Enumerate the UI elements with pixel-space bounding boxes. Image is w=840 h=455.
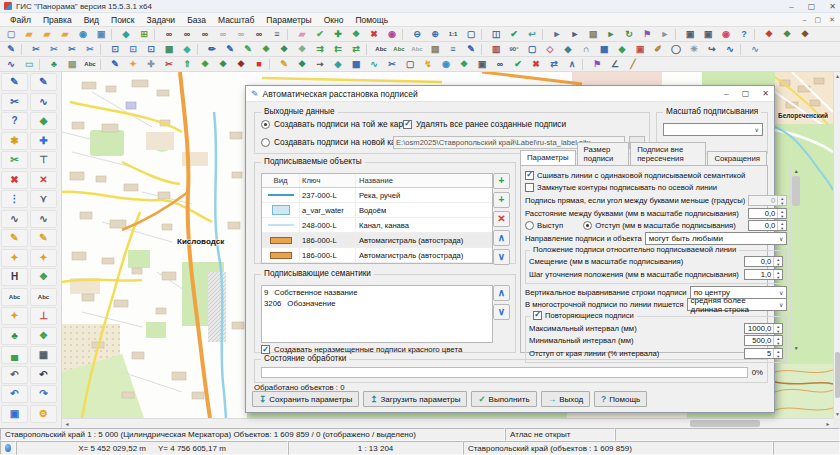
tool-split-object[interactable]: ⇉ (311, 43, 329, 56)
tool-semantic-up[interactable]: ∧ (493, 285, 510, 301)
tool-pencil-yellow[interactable]: ✎ (1, 229, 28, 247)
tool-move-nodes[interactable]: ⊡ (124, 43, 142, 56)
child-restore-button[interactable]: ▢ (815, 16, 822, 24)
tool-horizontal-text[interactable]: H (1, 268, 28, 286)
tool-select-object[interactable]: ► (548, 28, 566, 41)
execute-button[interactable]: ✓Выполнить (471, 391, 536, 407)
indent-radio[interactable] (583, 221, 592, 230)
tool-object-create-green[interactable]: ❖ (778, 28, 796, 41)
tool-cut-green[interactable]: ✂ (1, 151, 28, 169)
tool-nodes-rectangle[interactable]: ▢ (523, 43, 541, 56)
tool-draw-confirm[interactable]: ✎ (239, 43, 257, 56)
step-spinner[interactable]: 1,0 (744, 269, 783, 280)
tool-open-folder[interactable]: ▰ (20, 28, 38, 41)
new-map-radio[interactable] (261, 138, 270, 147)
tool-edit-label[interactable]: ✎ (106, 58, 124, 71)
vertical-scroll-thumb[interactable] (835, 352, 840, 398)
tool-swap-arrows[interactable]: ⇄ (545, 58, 563, 71)
tool-select-rectangle[interactable]: ▭ (20, 58, 38, 71)
closed-contours-checkbox[interactable] (525, 183, 534, 192)
tool-save-selection[interactable]: ❖ (347, 28, 365, 41)
tool-map-green-2[interactable]: ❖ (214, 58, 232, 71)
tool-table-gray[interactable]: ▦ (30, 346, 57, 364)
tool-globe-blue[interactable]: ◉ (437, 58, 455, 71)
tool-diamond-teal[interactable]: ◆ (329, 58, 347, 71)
offset-spinner[interactable]: 0,0 (744, 256, 783, 267)
tool-create-polygon[interactable]: ❖ (257, 43, 275, 56)
tool-text-label[interactable]: Abc (1, 288, 28, 306)
tool-search-dimmed[interactable]: ∞ (214, 28, 232, 41)
tool-lightning[interactable]: ↯ (419, 58, 437, 71)
protrusion-radio[interactable] (525, 221, 534, 230)
tool-rotate-90[interactable]: 90° (505, 43, 523, 56)
tool-ellipse-tool[interactable]: ◯ (667, 43, 685, 56)
menu-item-7[interactable]: Параметры (260, 13, 317, 26)
tool-tripod-red[interactable]: ⊥ (30, 307, 57, 325)
exit-button[interactable]: →Выход (541, 391, 590, 407)
tool-map-green-1[interactable]: ❖ (196, 58, 214, 71)
tool-cut-part[interactable]: ✂ (81, 43, 99, 56)
tool-ruler-tool[interactable]: ╱ (624, 58, 642, 71)
tool-diamond-filled[interactable]: ◆ (559, 43, 577, 56)
tool-select-on-map[interactable]: ► (602, 28, 620, 41)
load-params-button[interactable]: ↥Загрузить параметры (363, 391, 467, 407)
tool-create-document[interactable]: ▢ (2, 28, 20, 41)
maximize-button[interactable]: ▢ (808, 2, 816, 11)
spin-down-icon[interactable] (774, 341, 782, 346)
tool-smooth-line[interactable]: ∿ (746, 43, 764, 56)
edge-offset-spinner[interactable]: 5 (744, 348, 783, 359)
tool-barcode[interactable]: ▥ (487, 43, 505, 56)
tool-delete-object[interactable]: ✕ (493, 211, 510, 227)
scroll-down-icon[interactable]: ▼ (791, 343, 801, 352)
tool-chevron-up[interactable]: ∧ (563, 58, 581, 71)
tool-vegetation[interactable]: ♣ (45, 58, 63, 71)
tool-add-selected-object[interactable]: + (493, 192, 510, 208)
semantics-list[interactable]: 9Собственное название3206Обозначение (261, 285, 493, 343)
tool-torch-x[interactable]: ✦ (30, 249, 57, 267)
tool-document-template[interactable]: ▤ (63, 58, 81, 71)
horizontal-scrollbar[interactable]: ◄ ► (62, 418, 833, 428)
tool-refresh-map[interactable]: ↻ (620, 28, 638, 41)
tool-open-geoportal[interactable]: ◉ (74, 28, 92, 41)
tool-select-object-info[interactable]: ► (566, 28, 584, 41)
tool-export-arrow[interactable]: ⇢ (311, 58, 329, 71)
min-interval-spinner[interactable]: 500,0 (744, 335, 783, 346)
tool-create-multipolygon[interactable]: ❖ (275, 43, 293, 56)
menu-item-3[interactable]: Поиск (105, 13, 141, 26)
tool-pencil-yellow-2[interactable]: ✎ (30, 229, 57, 247)
tool-route-flag[interactable]: ⚑ (588, 58, 606, 71)
tool-frame-corners[interactable]: ▣ (631, 43, 649, 56)
tool-query-edit[interactable]: ? (1, 112, 28, 130)
same-map-radio[interactable] (261, 120, 270, 129)
spin-down-icon[interactable] (778, 201, 786, 206)
tool-search-small[interactable]: ∞ (491, 58, 509, 71)
menu-item-5[interactable]: База (181, 13, 212, 26)
tool-move-node[interactable]: ✚ (30, 132, 57, 150)
tool-delete-red[interactable]: ✖ (527, 58, 545, 71)
menu-item-0[interactable]: Файл (4, 13, 37, 26)
tool-branch-tool[interactable]: ⋎ (30, 190, 57, 208)
tool-settings[interactable]: ⚙ (30, 405, 57, 423)
tool-cursor[interactable]: ► (656, 28, 674, 41)
tool-move-object-up[interactable]: ⇑ (178, 58, 196, 71)
close-button[interactable]: ✕ (829, 2, 836, 11)
tool-cut-node[interactable]: ✂ (63, 43, 81, 56)
tool-wheel-tool[interactable]: ✳ (685, 43, 703, 56)
tool-cut-line[interactable]: ✂ (27, 43, 45, 56)
tool-semantic-down[interactable]: ∨ (493, 304, 510, 320)
tool-database-link[interactable]: ⊞ (135, 28, 153, 41)
delete-previous-checkbox[interactable] (403, 120, 412, 129)
object-row[interactable]: a_var_waterВодоём (262, 203, 492, 218)
tool-draw-polyline[interactable]: ∿ (2, 58, 20, 71)
tool-label-abc[interactable]: Abc (81, 58, 99, 71)
tool-undo-blue[interactable]: ↶ (1, 385, 28, 403)
tool-undo-dark[interactable]: ↶ (30, 366, 57, 384)
tool-draw-pencil[interactable]: ✏ (203, 43, 221, 56)
tool-previous-view[interactable]: ↩ (523, 28, 541, 41)
scroll-up-icon[interactable]: ▲ (834, 72, 840, 80)
tool-bridge-tool[interactable]: ∩ (577, 43, 595, 56)
tool-splash-tool[interactable]: ✱ (1, 132, 28, 150)
semantic-item[interactable]: 9Собственное название (264, 287, 490, 298)
tool-zoom-in[interactable]: ⊕ (426, 28, 444, 41)
panel-scroll-thumb[interactable] (792, 176, 800, 206)
